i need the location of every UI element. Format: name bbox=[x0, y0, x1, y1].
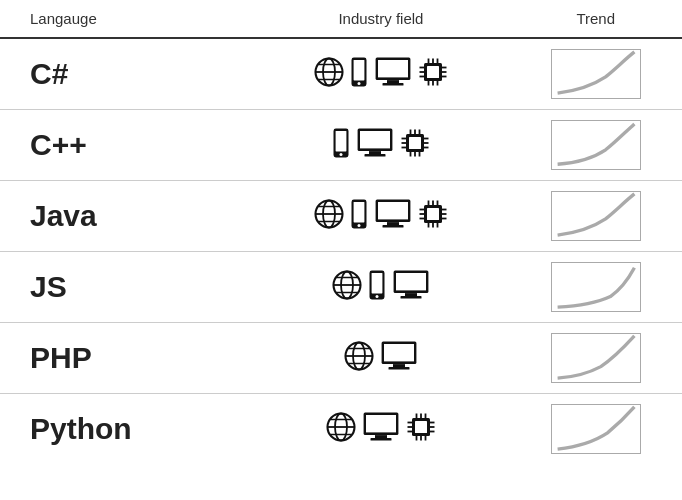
trend-chart bbox=[509, 38, 682, 110]
svg-rect-93 bbox=[388, 367, 409, 369]
industry-icons bbox=[252, 252, 509, 323]
svg-rect-34 bbox=[409, 137, 421, 149]
col-header-industry: Industry field bbox=[252, 0, 509, 38]
language-name: Python bbox=[0, 394, 252, 465]
svg-rect-102 bbox=[370, 438, 391, 440]
svg-rect-84 bbox=[400, 296, 421, 298]
desktop-icon bbox=[362, 412, 400, 446]
table-row: JS bbox=[0, 252, 682, 323]
svg-rect-30 bbox=[360, 131, 390, 148]
globe-icon bbox=[326, 412, 356, 446]
col-header-trend: Trend bbox=[509, 0, 682, 38]
trend-chart bbox=[509, 394, 682, 465]
svg-rect-58 bbox=[382, 225, 403, 227]
table-row: Java bbox=[0, 181, 682, 252]
table-row: Python bbox=[0, 394, 682, 465]
desktop-icon bbox=[392, 270, 430, 304]
table-row: C++ bbox=[0, 110, 682, 181]
trend-chart bbox=[509, 252, 682, 323]
svg-rect-27 bbox=[336, 131, 347, 151]
svg-rect-60 bbox=[427, 208, 439, 220]
globe-icon bbox=[332, 270, 362, 304]
svg-rect-101 bbox=[375, 435, 387, 438]
globe-icon bbox=[344, 341, 374, 375]
svg-rect-83 bbox=[405, 293, 417, 296]
language-name: JS bbox=[0, 252, 252, 323]
language-name: PHP bbox=[0, 323, 252, 394]
trend-chart bbox=[509, 110, 682, 181]
desktop-icon bbox=[380, 341, 418, 375]
mobile-icon bbox=[368, 270, 386, 304]
svg-rect-79 bbox=[372, 273, 383, 293]
mobile-icon bbox=[332, 128, 350, 162]
svg-rect-82 bbox=[396, 273, 426, 290]
svg-rect-53 bbox=[354, 202, 365, 222]
svg-rect-11 bbox=[382, 83, 403, 85]
chip-icon bbox=[418, 57, 448, 91]
svg-rect-9 bbox=[378, 60, 408, 77]
mobile-icon bbox=[350, 57, 368, 91]
svg-rect-91 bbox=[384, 344, 414, 361]
svg-rect-6 bbox=[354, 60, 365, 80]
chip-icon bbox=[418, 199, 448, 233]
svg-rect-56 bbox=[378, 202, 408, 219]
svg-rect-92 bbox=[393, 364, 405, 367]
svg-rect-100 bbox=[366, 415, 396, 432]
desktop-icon bbox=[374, 199, 412, 233]
languages-table: Langauge Industry field Trend C# bbox=[0, 0, 682, 464]
language-name: Java bbox=[0, 181, 252, 252]
industry-icons bbox=[252, 110, 509, 181]
table-row: PHP bbox=[0, 323, 682, 394]
industry-icons bbox=[252, 323, 509, 394]
svg-rect-104 bbox=[415, 421, 427, 433]
svg-rect-10 bbox=[387, 80, 399, 83]
desktop-icon bbox=[356, 128, 394, 162]
language-name: C++ bbox=[0, 110, 252, 181]
svg-point-54 bbox=[357, 224, 360, 227]
svg-point-28 bbox=[339, 153, 342, 156]
mobile-icon bbox=[350, 199, 368, 233]
svg-point-80 bbox=[375, 295, 378, 298]
svg-rect-32 bbox=[364, 154, 385, 156]
svg-rect-31 bbox=[369, 151, 381, 154]
svg-rect-57 bbox=[387, 222, 399, 225]
industry-icons bbox=[252, 181, 509, 252]
industry-icons bbox=[252, 38, 509, 110]
industry-icons bbox=[252, 394, 509, 465]
col-header-language: Langauge bbox=[0, 0, 252, 38]
chip-icon bbox=[400, 128, 430, 162]
globe-icon bbox=[314, 57, 344, 91]
svg-point-7 bbox=[357, 82, 360, 85]
table-row: C# bbox=[0, 38, 682, 110]
trend-chart bbox=[509, 181, 682, 252]
svg-rect-13 bbox=[427, 66, 439, 78]
language-name: C# bbox=[0, 38, 252, 110]
trend-chart bbox=[509, 323, 682, 394]
globe-icon bbox=[314, 199, 344, 233]
chip-icon bbox=[406, 412, 436, 446]
desktop-icon bbox=[374, 57, 412, 91]
